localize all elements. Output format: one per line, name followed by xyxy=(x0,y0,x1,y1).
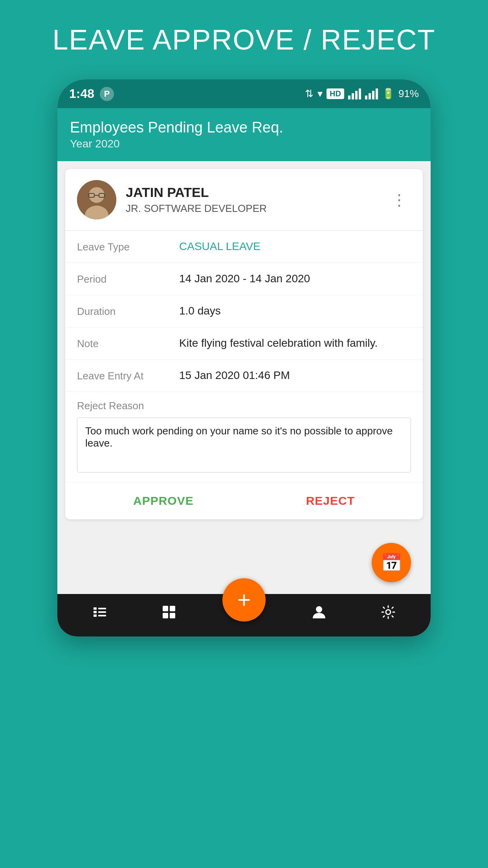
status-bar: 1:48 P ⇅ ▾ HD 🔋 91% xyxy=(57,79,431,108)
svg-rect-7 xyxy=(94,611,97,613)
signal-bars-2-icon xyxy=(365,88,378,99)
data-icon: ⇅ xyxy=(305,88,314,100)
svg-rect-11 xyxy=(98,615,106,616)
list-icon xyxy=(92,604,108,624)
nav-item-grid[interactable] xyxy=(153,601,185,627)
reject-reason-label: Reject Reason xyxy=(77,400,411,412)
reject-reason-input[interactable] xyxy=(77,417,411,473)
app-header-title: Employees Pending Leave Req. xyxy=(70,119,418,136)
app-header: Employees Pending Leave Req. Year 2020 xyxy=(57,108,431,161)
fab-plus-button[interactable]: + xyxy=(222,578,266,622)
employee-role: JR. SOFTWARE DEVELOPER xyxy=(126,202,267,215)
period-row: Period 14 Jan 2020 - 14 Jan 2020 xyxy=(65,263,423,295)
fab-calendar-button[interactable]: 📅 xyxy=(372,543,411,582)
reject-button[interactable]: REJECT xyxy=(306,494,355,508)
phone-shell: 1:48 P ⇅ ▾ HD 🔋 91% Employees Pend xyxy=(57,79,431,636)
settings-icon xyxy=(380,604,396,624)
person-icon xyxy=(311,604,327,624)
app-header-subtitle: Year 2020 xyxy=(70,138,418,150)
duration-row: Duration 1.0 days xyxy=(65,295,423,327)
svg-rect-10 xyxy=(98,611,106,613)
entry-row: Leave Entry At 15 Jan 2020 01:46 PM xyxy=(65,360,423,392)
action-buttons: APPROVE REJECT xyxy=(65,482,423,519)
svg-rect-13 xyxy=(170,606,175,611)
leave-type-value: CASUAL LEAVE xyxy=(179,240,411,253)
svg-rect-12 xyxy=(163,606,168,611)
battery-icon: 🔋 xyxy=(382,88,394,100)
approve-button[interactable]: APPROVE xyxy=(133,494,194,508)
p-notification-icon: P xyxy=(100,87,114,101)
note-value: Kite flying festival celebration with fa… xyxy=(179,337,411,349)
employee-name: JATIN PATEL xyxy=(126,185,267,200)
nav-item-list[interactable] xyxy=(84,601,116,627)
svg-rect-8 xyxy=(94,614,97,617)
entry-value: 15 Jan 2020 01:46 PM xyxy=(179,369,411,382)
leave-request-card: JATIN PATEL JR. SOFTWARE DEVELOPER ⋮ Lea… xyxy=(65,169,423,519)
signal-bars-icon xyxy=(348,88,361,99)
svg-point-17 xyxy=(386,610,391,614)
note-row: Note Kite flying festival celebration wi… xyxy=(65,327,423,360)
battery-percentage: 91% xyxy=(398,88,419,100)
period-value: 14 Jan 2020 - 14 Jan 2020 xyxy=(179,272,411,285)
grid-icon xyxy=(161,604,177,624)
avatar xyxy=(77,180,116,219)
status-time: 1:48 xyxy=(69,86,94,101)
hd-badge: HD xyxy=(327,88,344,99)
more-options-button[interactable]: ⋮ xyxy=(387,187,411,213)
leave-type-label: Leave Type xyxy=(77,240,179,253)
svg-rect-14 xyxy=(163,613,168,618)
duration-label: Duration xyxy=(77,305,179,318)
nav-item-settings[interactable] xyxy=(372,601,404,627)
employee-header: JATIN PATEL JR. SOFTWARE DEVELOPER ⋮ xyxy=(65,169,423,231)
svg-point-16 xyxy=(316,606,322,612)
svg-rect-15 xyxy=(170,613,175,618)
wifi-icon: ▾ xyxy=(317,88,323,100)
page-title: LEAVE APPROVE / REJECT xyxy=(53,24,436,56)
svg-rect-9 xyxy=(98,608,106,609)
entry-label: Leave Entry At xyxy=(77,369,179,382)
duration-value: 1.0 days xyxy=(179,305,411,317)
calendar-icon: 📅 xyxy=(381,552,402,573)
nav-item-profile[interactable] xyxy=(303,601,335,627)
content-area: JATIN PATEL JR. SOFTWARE DEVELOPER ⋮ Lea… xyxy=(57,161,431,594)
plus-icon: + xyxy=(237,588,251,612)
reject-reason-section: Reject Reason xyxy=(65,392,423,482)
leave-type-row: Leave Type CASUAL LEAVE xyxy=(65,231,423,263)
note-label: Note xyxy=(77,337,179,350)
period-label: Period xyxy=(77,272,179,285)
bottom-nav: + xyxy=(57,594,431,636)
svg-rect-6 xyxy=(94,607,97,610)
